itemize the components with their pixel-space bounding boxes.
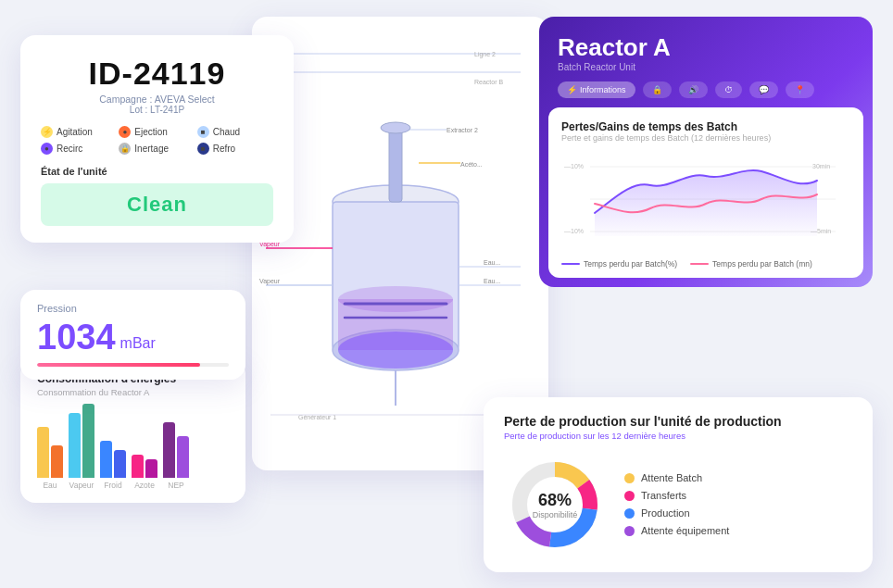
bar-group: Azote	[132, 455, 157, 490]
tab-location[interactable]: 📍	[786, 81, 814, 98]
chart-legend: Temps perdu par Batch(%) Temps perdu par…	[561, 259, 850, 269]
bar	[82, 404, 94, 478]
chart-container: —10% —10% 30min —5min	[561, 148, 850, 254]
svg-text:Acéto...: Acéto...	[460, 161, 483, 168]
bar-chart: EauVapeurFroidAzoteNEP	[37, 407, 229, 490]
donut-percentage: 68%	[533, 490, 578, 509]
main-scene: ID-24119 Campagne : AVEVA Select Lot : L…	[20, 17, 873, 572]
bar	[132, 455, 144, 478]
prod-legend: Attente BatchTransfertsProductionAttente…	[624, 472, 729, 536]
icon-recirc: ● Recirc	[41, 143, 117, 155]
chart-title: Pertes/Gains de temps des Batch	[561, 120, 850, 133]
refro-icon: ■	[197, 143, 209, 155]
purple-legend-line	[561, 263, 580, 265]
pression-label: Pression	[37, 303, 229, 314]
svg-text:Ligne 2: Ligne 2	[474, 51, 496, 58]
prod-legend-item: Attente Batch	[624, 472, 729, 483]
conso-card: Consommation d'énergies Consommation du …	[20, 359, 245, 503]
bar-label: Azote	[134, 481, 155, 490]
legend-dot	[624, 491, 635, 501]
bar	[100, 441, 112, 478]
legend-dot	[624, 508, 635, 519]
icon-ejection: ● Ejection	[119, 126, 195, 138]
tab-chat[interactable]: 💬	[749, 81, 778, 98]
tab-timer[interactable]: ⏱	[715, 81, 742, 98]
icon-chaud: ■ Chaud	[197, 126, 273, 138]
production-card: Perte de production sur l'unité de produ…	[484, 397, 873, 572]
legend-pink: Temps perdu par Batch (mn)	[690, 259, 812, 269]
bar	[177, 436, 189, 478]
reactor-chart-area: Pertes/Gains de temps des Batch Perte et…	[548, 107, 863, 278]
chart-subtitle: Perte et gains de temps des Batch (12 de…	[561, 133, 850, 143]
svg-text:Eau...: Eau...	[484, 259, 500, 266]
svg-point-14	[338, 332, 453, 369]
svg-text:Extractor 2: Extractor 2	[446, 127, 478, 133]
bar	[163, 422, 175, 478]
id-card: ID-24119 Campagne : AVEVA Select Lot : L…	[20, 35, 294, 243]
etat-label: État de l'unité	[41, 166, 273, 177]
tab-sound[interactable]: 🔊	[679, 81, 708, 98]
ejection-icon: ●	[119, 126, 131, 138]
bar-label: Froid	[104, 481, 121, 490]
tab-lock[interactable]: 🔒	[643, 81, 672, 98]
prod-subtitle: Perte de production sur les 12 dernière …	[504, 431, 852, 441]
bar	[37, 427, 49, 478]
reactor-header: Reactor A Batch Reactor Unit ⚡ Informati…	[539, 17, 873, 107]
bar-label: Vapeur	[69, 481, 94, 490]
legend-dot	[624, 526, 635, 536]
pression-card: Pression 1034 mBar	[20, 290, 245, 380]
bolt-icon: ⚡	[567, 85, 577, 94]
tab-informations[interactable]: ⚡ Informations	[558, 81, 635, 98]
svg-text:—10%: —10%	[564, 163, 584, 169]
reactor-card: Reactor A Batch Reactor Unit ⚡ Informati…	[539, 17, 873, 287]
bar-group: NEP	[163, 422, 189, 490]
svg-text:Vapeur: Vapeur	[259, 278, 281, 285]
svg-text:—10%: —10%	[564, 228, 584, 234]
bar-label: Eau	[43, 481, 57, 490]
icon-inertage: 🔒 Inertage	[119, 143, 195, 155]
bar-group: Vapeur	[69, 404, 94, 490]
agitation-icon: ⚡	[41, 126, 53, 138]
svg-point-16	[381, 122, 410, 133]
bar	[51, 445, 63, 478]
svg-rect-15	[389, 128, 402, 202]
bar-group: Eau	[37, 427, 63, 490]
bar	[145, 459, 157, 478]
legend-purple: Temps perdu par Batch(%)	[561, 259, 677, 269]
reactor-title: Reactor A	[558, 33, 854, 62]
inertage-icon: 🔒	[119, 143, 131, 155]
prod-legend-item: Transferts	[624, 490, 729, 501]
prod-legend-item: Attente équipement	[624, 525, 729, 536]
clean-badge: Clean	[41, 183, 273, 226]
conso-sub: Consommation du Reactor A	[37, 387, 229, 397]
id-number: ID-24119	[41, 56, 273, 92]
icon-agitation: ⚡ Agitation	[41, 126, 117, 138]
prod-title: Perte de production sur l'unité de produ…	[504, 414, 852, 429]
bar-label: NEP	[168, 481, 183, 490]
donut-chart: 68% Disponibilité	[504, 454, 606, 556]
bar	[114, 450, 126, 478]
donut-label: Disponibilité	[533, 509, 578, 519]
donut-center: 68% Disponibilité	[533, 490, 578, 519]
campagne-label: Campagne : AVEVA Select	[41, 94, 273, 105]
lot-label: Lot : LT-241P	[41, 105, 273, 115]
pression-bar	[37, 363, 200, 367]
legend-dot	[624, 473, 635, 483]
chaud-icon: ■	[197, 126, 209, 138]
pression-bar-wrap	[37, 363, 229, 367]
reactor-tabs: ⚡ Informations 🔒 🔊 ⏱ 💬 📍	[558, 81, 854, 98]
pression-unit: mBar	[120, 335, 156, 352]
svg-text:Eau...: Eau...	[484, 278, 500, 284]
svg-text:30min: 30min	[812, 163, 830, 169]
pression-value: 1034 mBar	[37, 318, 229, 357]
icons-grid: ⚡ Agitation ● Ejection ■ Chaud ● Recirc …	[41, 126, 273, 155]
svg-text:Reactor B: Reactor B	[474, 79, 503, 85]
icon-refro: ■ Refro	[197, 143, 273, 155]
bar	[69, 413, 81, 478]
reactor-subtitle: Batch Reactor Unit	[558, 62, 854, 72]
line-chart-svg: —10% —10% 30min —5min	[561, 148, 850, 250]
prod-legend-item: Production	[624, 507, 729, 519]
prod-content: 68% Disponibilité Attente BatchTransfert…	[504, 454, 852, 556]
pink-legend-line	[690, 263, 709, 265]
bar-group: Froid	[100, 441, 126, 490]
